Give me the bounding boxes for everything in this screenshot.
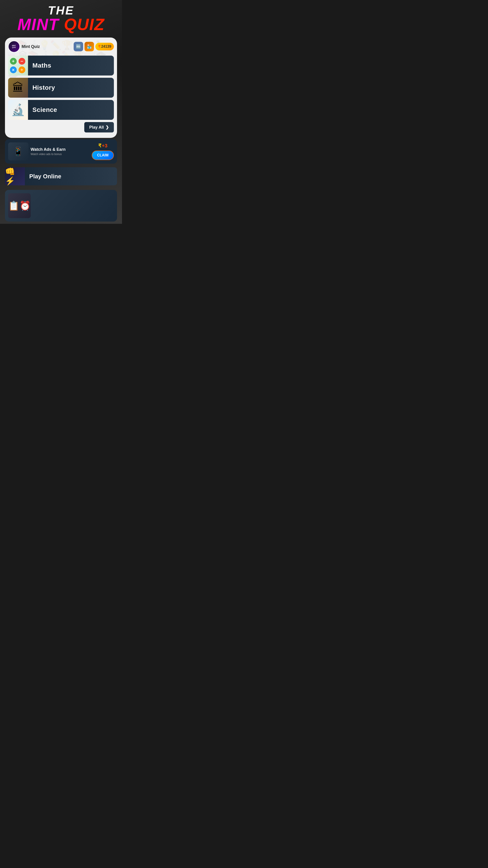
title-quiz: QUIZ xyxy=(64,16,105,33)
play-all-button[interactable]: Play All ❯ xyxy=(84,122,114,132)
top-bar: MINTQUIZ Mint Quiz 🔤 🏪 ₹ 24139 xyxy=(8,41,114,53)
ads-title: Watch Ads & Earn xyxy=(31,147,90,152)
ads-right: ₹ +3 CLAIM xyxy=(92,143,114,160)
category-item-history[interactable]: 🏛 History xyxy=(8,78,114,98)
play-all-row: Play All ❯ xyxy=(8,122,114,132)
main-card: 🏛📚🔬💡✏️🏆📖🎓🔭⚗️🏛📚🔬💡✏️🏆📖🎓🔭⚗️🏛📚🔬💡✏️🏆📖🎓 MINTQU… xyxy=(5,37,117,138)
coin-badge[interactable]: ₹ 24139 xyxy=(95,43,114,51)
maths-label: Maths xyxy=(28,56,114,75)
play-online-thumb: 👊⚡ xyxy=(5,167,25,185)
play-online-section: 👊⚡ Play Online xyxy=(5,167,117,185)
ads-illustration: 📱 xyxy=(8,143,29,160)
bottom-partial-card: 📋⏰ xyxy=(5,190,117,221)
history-label: History xyxy=(28,78,114,98)
app-logo: MINTQUIZ xyxy=(8,41,20,53)
translate-button[interactable]: 🔤 xyxy=(74,42,83,51)
minus-icon: − xyxy=(19,58,25,65)
science-label: Science xyxy=(28,100,114,120)
earn-rupee: ₹ xyxy=(98,143,101,149)
coin-amount: 24139 xyxy=(101,44,111,49)
app-logo-text: MINTQUIZ xyxy=(12,45,16,48)
rupee-icon: ₹ xyxy=(98,44,101,49)
play-online-item[interactable]: 👊⚡ Play Online xyxy=(5,167,117,185)
maths-thumb: + − × ÷ xyxy=(8,56,28,75)
category-item-science[interactable]: 🔬 Science xyxy=(8,100,114,120)
science-thumb: 🔬 xyxy=(8,100,28,120)
play-all-arrow: ❯ xyxy=(105,125,109,130)
title-mint-quiz: MINT QUIZ xyxy=(18,16,105,33)
plus-icon: + xyxy=(10,58,17,65)
title-mint: MINT xyxy=(18,16,59,33)
divide-icon: ÷ xyxy=(19,66,25,73)
title-the: THE xyxy=(48,4,74,16)
title-area: THE MINT QUIZ xyxy=(0,0,122,35)
top-bar-icons: 🔤 🏪 ₹ 24139 xyxy=(74,42,114,51)
earn-badge: ₹ +3 xyxy=(98,143,107,149)
app-name: Mint Quiz xyxy=(22,44,72,49)
history-thumb: 🏛 xyxy=(8,78,28,98)
play-all-label: Play All xyxy=(89,125,104,130)
category-item-maths[interactable]: + − × ÷ Maths xyxy=(8,56,114,75)
ads-subtitle: Watch video ads to bonus xyxy=(31,153,90,156)
ads-section: 📱 Watch Ads & Earn Watch video ads to bo… xyxy=(5,139,117,164)
bottom-thumb: 📋⏰ xyxy=(8,193,31,218)
ads-content: Watch Ads & Earn Watch video ads to bonu… xyxy=(31,147,90,156)
earn-amount: +3 xyxy=(102,143,107,149)
claim-button[interactable]: CLAIM xyxy=(92,151,114,160)
store-button[interactable]: 🏪 xyxy=(85,42,94,51)
times-icon: × xyxy=(10,66,17,73)
play-online-label: Play Online xyxy=(25,167,117,185)
